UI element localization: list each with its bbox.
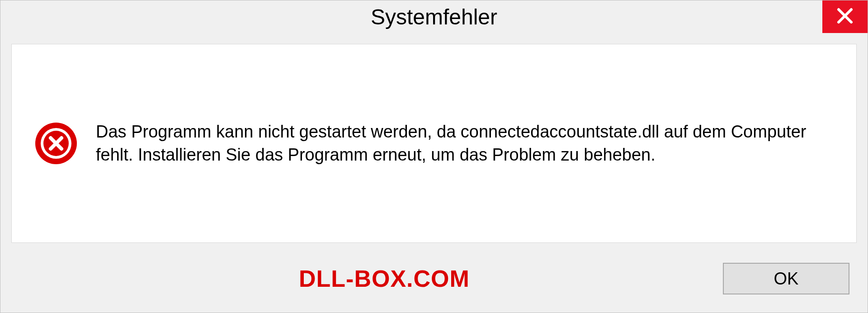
close-icon [836, 7, 854, 27]
dialog-footer: DLL-BOX.COM OK [0, 254, 868, 313]
dialog-title: Systemfehler [371, 5, 497, 29]
close-button[interactable] [822, 0, 868, 33]
error-dialog: Systemfehler Das Programm kann nicht ges… [0, 0, 868, 313]
ok-button[interactable]: OK [723, 263, 849, 294]
content-panel: Das Programm kann nicht gestartet werden… [11, 44, 857, 243]
titlebar: Systemfehler [0, 0, 868, 33]
error-message: Das Programm kann nicht gestartet werden… [96, 120, 834, 167]
error-icon [34, 122, 78, 165]
watermark-text: DLL-BOX.COM [299, 265, 470, 292]
